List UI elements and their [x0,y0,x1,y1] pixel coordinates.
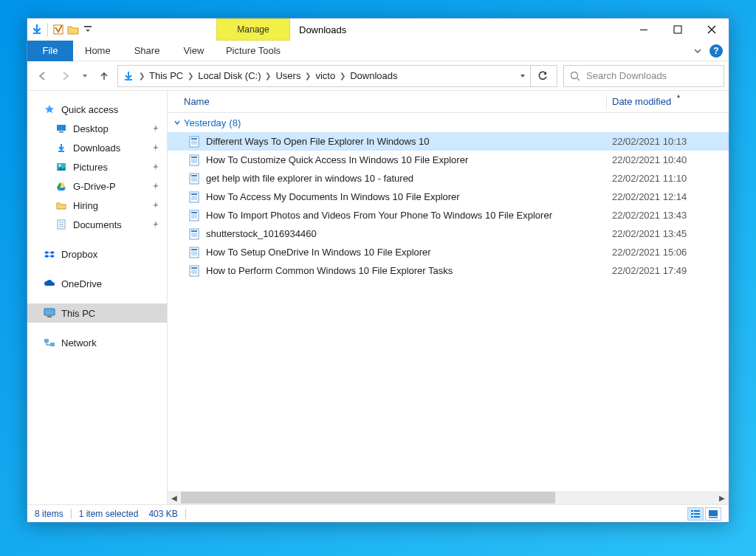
svg-rect-17 [44,309,55,315]
breadcrumb-downloads[interactable]: Downloads [348,66,399,86]
forward-button[interactable] [55,65,76,87]
chevron-right-icon[interactable]: ❯ [186,72,195,80]
qat-customize-icon[interactable] [81,21,94,38]
nav-network[interactable]: Network [27,333,167,352]
file-row[interactable]: get help with file explorer in windows 1… [168,169,729,188]
nav-this-pc[interactable]: This PC [27,303,167,323]
nav-onedrive[interactable]: OneDrive [27,274,167,293]
file-row[interactable]: How To Access My Documents In Windows 10… [168,188,729,206]
nav-group-quick-access: Quick access DesktopDownloadsPicturesG-D… [27,100,167,234]
this-pc-icon [44,307,55,319]
file-row[interactable]: Different Ways To Open File Explorer In … [168,132,729,151]
ribbon-tab-view[interactable]: View [171,41,216,61]
separator [71,509,72,519]
chevron-right-icon[interactable]: ❯ [338,72,347,80]
document-icon [188,247,200,258]
column-header-name[interactable]: Name [184,96,210,107]
scroll-left-button[interactable]: ◀ [168,491,181,504]
column-divider[interactable] [606,95,607,109]
file-date: 22/02/2021 15:06 [612,247,687,258]
nav-quick-access-item[interactable]: Pictures [27,157,167,176]
help-icon[interactable]: ? [709,44,723,58]
svg-rect-61 [691,510,693,512]
refresh-button[interactable] [530,65,554,87]
nav-label: This PC [61,308,95,319]
horizontal-scrollbar[interactable]: ◀ ▶ [168,491,729,504]
nav-label: G-Drive-P [73,181,116,192]
ribbon-tab-share[interactable]: Share [123,41,172,61]
search-input[interactable] [586,70,718,81]
nav-quick-access-item[interactable]: Hiring [27,196,167,215]
svg-rect-63 [691,513,693,515]
pin-icon [152,182,159,190]
file-name: get help with file explorer in windows 1… [206,173,413,184]
file-row[interactable]: How To Import Photos and Videos From You… [168,206,729,224]
address-history-button[interactable] [515,66,530,86]
quick-access-toolbar [27,21,94,38]
nav-quick-access-item[interactable]: Downloads [27,138,167,157]
svg-rect-66 [694,516,700,518]
column-header-date[interactable]: Date modified [612,96,671,107]
nav-dropbox[interactable]: Dropbox [27,244,167,264]
breadcrumb-local-disk[interactable]: Local Disk (C:) [196,66,262,86]
close-button[interactable] [695,18,729,41]
address-bar[interactable]: ❯ This PC ❯ Local Disk (C:) ❯ Users ❯ vi… [117,65,557,87]
nav-quick-access[interactable]: Quick access [27,100,167,119]
svg-rect-52 [191,249,197,250]
ribbon-tab-picture-tools[interactable]: Picture Tools [216,41,290,61]
file-row[interactable]: How To Customize Quick Access In Windows… [168,151,729,169]
downloads-icon [55,142,67,154]
svg-rect-47 [191,230,197,232]
breadcrumb-this-pc[interactable]: This PC [148,66,185,86]
window-controls [627,18,729,41]
svg-rect-3 [640,30,647,30]
file-name: How To Import Photos and Videos From You… [206,210,552,221]
breadcrumb-users[interactable]: Users [274,66,302,86]
ribbon-tab-home[interactable]: Home [73,41,123,61]
document-icon [188,210,200,222]
properties-icon[interactable] [52,21,65,38]
svg-rect-22 [191,138,197,140]
up-button[interactable] [94,65,114,87]
column-headers[interactable]: Name Date modified ▴ [168,91,729,113]
file-date: 22/02/2021 10:13 [612,136,687,147]
file-row[interactable]: How To Setup OneDrive In Windows 10 File… [168,243,729,261]
nav-quick-access-item[interactable]: Documents [27,215,167,234]
group-header[interactable]: Yesterday (8) [168,113,729,132]
recent-locations-button[interactable] [79,65,91,87]
navigation-pane[interactable]: Quick access DesktopDownloadsPicturesG-D… [27,91,168,504]
separator [185,509,186,519]
nav-label: Pictures [73,162,108,173]
nav-quick-access-item[interactable]: G-Drive-P [27,176,167,196]
status-selected-count: 1 item selected [79,509,139,519]
back-button[interactable] [32,65,52,87]
ribbon-collapse-icon[interactable] [693,47,702,55]
search-box[interactable] [563,65,724,87]
group-label: Yesterday [184,117,226,128]
file-list[interactable]: Different Ways To Open File Explorer In … [168,132,729,280]
maximize-button[interactable] [661,18,695,41]
chevron-right-icon[interactable]: ❯ [264,72,272,80]
scroll-thumb[interactable] [181,492,555,504]
large-icons-view-button[interactable] [705,507,721,521]
breadcrumb-victo[interactable]: victo [314,66,337,86]
file-date: 22/02/2021 13:43 [612,210,687,221]
scroll-track[interactable] [181,492,715,504]
group-collapse-icon[interactable] [173,119,181,126]
chevron-right-icon[interactable]: ❯ [303,72,312,80]
documents-icon [55,219,67,230]
minimize-button[interactable] [627,18,661,41]
nav-label: Desktop [73,123,109,134]
file-row[interactable]: How to Perform Common Windows 10 File Ex… [168,261,729,280]
pin-icon [152,163,159,171]
nav-quick-access-item[interactable]: Desktop [27,119,167,138]
network-icon [44,337,55,349]
file-tab[interactable]: File [27,41,73,61]
chevron-right-icon[interactable]: ❯ [137,72,146,80]
details-view-button[interactable] [687,507,704,521]
file-row[interactable]: shutterstock_101693446022/02/2021 13:45 [168,224,729,243]
scroll-right-button[interactable]: ▶ [715,491,729,504]
svg-rect-42 [191,212,197,213]
new-folder-icon[interactable] [66,21,80,38]
document-icon [188,136,200,148]
